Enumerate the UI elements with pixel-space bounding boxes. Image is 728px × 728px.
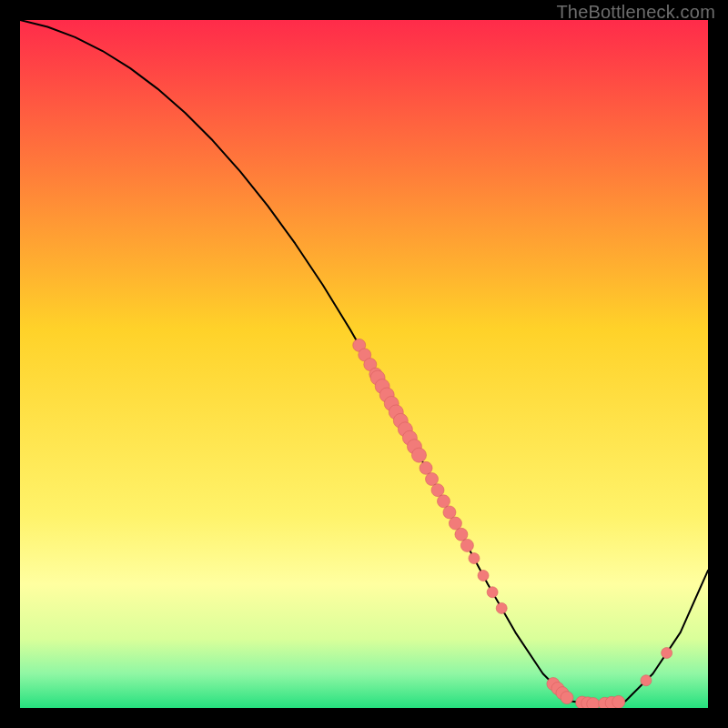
data-point <box>460 539 473 551</box>
chart-svg <box>20 20 708 708</box>
data-point <box>449 517 461 530</box>
data-point <box>496 602 507 613</box>
data-point <box>443 506 456 519</box>
data-point <box>561 692 573 704</box>
data-point <box>437 495 450 508</box>
data-point <box>431 484 444 497</box>
data-point <box>420 461 432 474</box>
data-point <box>641 675 652 686</box>
data-point <box>662 648 672 659</box>
data-point <box>455 528 468 541</box>
data-point <box>487 587 498 598</box>
data-point <box>469 553 480 564</box>
data-point <box>587 698 600 708</box>
data-point <box>426 473 439 486</box>
chart-container: TheBottleneck.com <box>0 0 728 728</box>
data-point <box>478 570 489 581</box>
plot-area <box>20 20 708 708</box>
data-point <box>612 695 625 708</box>
data-point <box>411 448 426 462</box>
